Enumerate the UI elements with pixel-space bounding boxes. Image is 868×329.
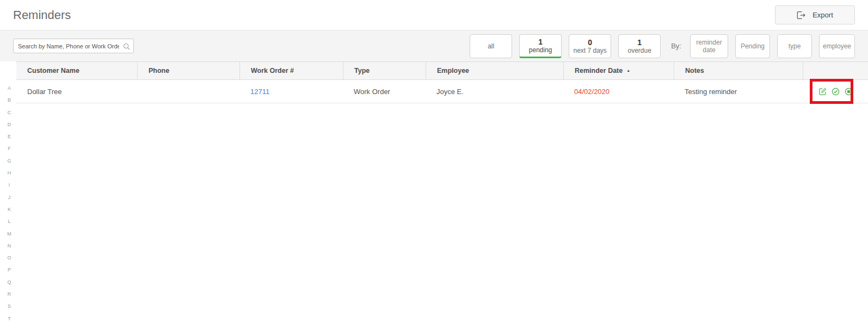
alphabet-rail: ABCDEFGHIJKLMNOPQRST xyxy=(5,82,14,325)
column-header-type[interactable]: Type xyxy=(343,62,426,79)
filter-overdue-button[interactable]: 1 overdue xyxy=(618,34,661,58)
cell-employee: Joyce E. xyxy=(426,80,563,103)
filter-buttons-group: all 1 pending 0 next 7 days 1 overdue By… xyxy=(470,34,855,58)
filter-toolbar: all 1 pending 0 next 7 days 1 overdue By… xyxy=(0,30,868,61)
column-header-work-order[interactable]: Work Order # xyxy=(239,62,343,79)
cell-reminder-date: 04/02/2020 xyxy=(563,80,674,103)
alphabet-letter-t[interactable]: T xyxy=(5,313,14,325)
alphabet-letter-f[interactable]: F xyxy=(5,142,14,154)
alphabet-letter-g[interactable]: G xyxy=(5,155,14,167)
export-icon xyxy=(797,11,806,20)
column-header-customer-name[interactable]: Customer Name xyxy=(16,62,137,79)
search-icon xyxy=(123,42,130,52)
snooze-reminder-button[interactable] xyxy=(845,88,853,96)
filter-pending-label: pending xyxy=(529,46,552,54)
page-title: Reminders xyxy=(13,8,71,22)
export-button-label: Export xyxy=(812,11,833,19)
cell-row-actions xyxy=(803,80,868,103)
column-header-reminder-date[interactable]: Reminder Date ▲ xyxy=(563,62,674,79)
sort-by-reminder-date-button[interactable]: reminder date xyxy=(690,34,728,58)
by-label: By: xyxy=(671,42,681,50)
filter-next-7-days-label: next 7 days xyxy=(573,47,606,54)
sort-by-type-button[interactable]: type xyxy=(777,34,812,58)
alphabet-letter-b[interactable]: B xyxy=(5,94,14,106)
alphabet-letter-o[interactable]: O xyxy=(5,252,14,264)
column-header-notes[interactable]: Notes xyxy=(674,62,803,79)
filter-pending-button[interactable]: 1 pending xyxy=(519,34,562,58)
edit-icon xyxy=(818,88,827,96)
sort-by-pending-button[interactable]: Pending xyxy=(735,34,770,58)
alphabet-letter-a[interactable]: A xyxy=(5,82,14,94)
column-header-actions xyxy=(803,62,868,79)
alphabet-letter-q[interactable]: Q xyxy=(5,276,14,288)
alphabet-letter-h[interactable]: H xyxy=(5,167,14,179)
table-header-row: Customer Name Phone Work Order # Type Em… xyxy=(16,61,868,80)
cell-work-order-link[interactable]: 12711 xyxy=(250,88,269,96)
cell-type: Work Order xyxy=(343,80,426,103)
search-field-wrapper xyxy=(13,39,134,53)
alphabet-letter-k[interactable]: K xyxy=(5,203,14,215)
alphabet-letter-c[interactable]: C xyxy=(5,107,14,119)
column-header-employee[interactable]: Employee xyxy=(426,62,563,79)
alphabet-letter-d[interactable]: D xyxy=(5,119,14,131)
edit-reminder-button[interactable] xyxy=(818,88,827,96)
alphabet-letter-p[interactable]: P xyxy=(5,264,14,276)
check-circle-icon xyxy=(832,88,840,96)
dot-circle-icon xyxy=(845,88,853,96)
alphabet-letter-s[interactable]: S xyxy=(5,300,14,312)
export-button[interactable]: Export xyxy=(775,5,855,24)
filter-all-label: all xyxy=(488,42,494,50)
filter-next-7-days-count: 0 xyxy=(588,38,592,47)
alphabet-letter-i[interactable]: I xyxy=(5,179,14,191)
table-row: Dollar Tree 12711 Work Order Joyce E. 04… xyxy=(16,80,868,103)
complete-reminder-button[interactable] xyxy=(832,88,840,96)
cell-notes: Testing reminder xyxy=(674,80,803,103)
cell-customer-name: Dollar Tree xyxy=(16,80,137,103)
sort-ascending-icon: ▲ xyxy=(626,69,630,72)
filter-overdue-label: overdue xyxy=(627,47,651,54)
alphabet-letter-r[interactable]: R xyxy=(5,288,14,300)
cell-phone xyxy=(137,80,239,103)
alphabet-letter-j[interactable]: J xyxy=(5,191,14,203)
alphabet-letter-l[interactable]: L xyxy=(5,215,14,227)
alphabet-letter-e[interactable]: E xyxy=(5,131,14,142)
filter-next-7-days-button[interactable]: 0 next 7 days xyxy=(569,34,611,58)
alphabet-letter-m[interactable]: M xyxy=(5,228,14,240)
sort-by-employee-button[interactable]: employee xyxy=(819,34,855,58)
search-input[interactable] xyxy=(13,39,134,53)
column-header-phone[interactable]: Phone xyxy=(137,62,239,79)
filter-all-button[interactable]: all xyxy=(470,34,512,58)
filter-overdue-count: 1 xyxy=(637,38,642,47)
column-header-reminder-date-label: Reminder Date xyxy=(575,67,623,75)
alphabet-letter-n[interactable]: N xyxy=(5,240,14,252)
filter-pending-count: 1 xyxy=(538,38,543,46)
top-bar: Reminders Export xyxy=(0,0,868,30)
